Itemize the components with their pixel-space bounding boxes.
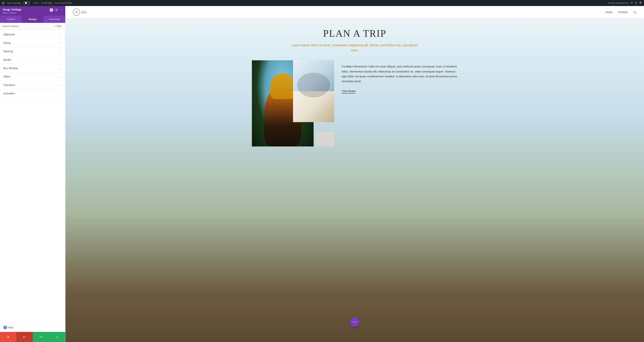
divi-logo-text: divi xyxy=(81,10,87,15)
nav-links: Home Portfolio 🔍 xyxy=(606,11,636,14)
admin-bar: ⊞ My Great Blog 💬 0 + New ✏ Edit Page Ex… xyxy=(0,0,644,6)
divi-logo: D divi xyxy=(73,9,87,16)
hero-content: Plan a Trip Lorem ipsum dolor sit amet, … xyxy=(66,19,644,146)
preset-label[interactable]: Preset: Default ▾ xyxy=(2,12,22,14)
cancel-icon: ✕ xyxy=(7,335,10,339)
help-circle-icon: ? xyxy=(3,325,7,329)
site-name-link[interactable]: My Great Blog xyxy=(7,2,21,5)
text-content: Curabitur fermentum nulla non justo aliq… xyxy=(342,60,458,93)
options-list: Alignment ⌄ Sizing ⌄ Spacing ⌄ Border ⌄ … xyxy=(0,30,65,323)
chevron-down-icon: ⌄ xyxy=(60,41,62,44)
view-boats-link[interactable]: View Boats xyxy=(342,89,356,93)
hero-subtitle: Lorem ipsum dolor sit amet, consectetur … xyxy=(291,43,418,53)
howdy-text: Howdy, deannamclean xyxy=(608,2,629,5)
help-button[interactable]: ? Help xyxy=(0,323,65,332)
site-navigation: D divi Home Portfolio 🔍 xyxy=(66,6,644,19)
site-preview: D divi Home Portfolio 🔍 Plan a Trip Lore… xyxy=(66,6,644,342)
chevron-down-icon: ⌄ xyxy=(60,58,62,61)
left-panel: Image Settings Preset: Default ▾ ⬜ ☰ ⋯ C… xyxy=(0,6,66,342)
main-layout: Image Settings Preset: Default ▾ ⬜ ☰ ⋯ C… xyxy=(0,6,644,342)
person-icon: 👤 xyxy=(635,2,638,5)
hero-section: Plan a Trip Lorem ipsum dolor sit amet, … xyxy=(66,19,644,342)
panel-header-icons: ⬜ ☰ ⋯ xyxy=(50,8,63,12)
content-row: Curabitur fermentum nulla non justo aliq… xyxy=(252,60,458,146)
tab-content[interactable]: Content xyxy=(0,16,22,23)
tab-bar: Content Design Advanced xyxy=(0,16,65,23)
divi-logo-icon: D xyxy=(73,9,80,16)
search-bar: + Filter xyxy=(0,23,65,30)
redo-icon: ↪ xyxy=(40,335,42,339)
bottom-action-bar: ✕ ↩ ↪ ✓ xyxy=(0,332,65,342)
option-box-shadow[interactable]: Box Shadow ⌄ xyxy=(0,64,65,73)
image-collage xyxy=(252,60,334,146)
option-filters[interactable]: Filters ⌄ xyxy=(0,73,65,81)
option-alignment[interactable]: Alignment ⌄ xyxy=(0,30,65,39)
new-post-button[interactable]: + New xyxy=(32,2,38,5)
option-border[interactable]: Border ⌄ xyxy=(0,56,65,64)
panel-icon-columns[interactable]: ☰ xyxy=(55,8,58,12)
panel-header: Image Settings Preset: Default ▾ ⬜ ☰ ⋯ xyxy=(0,6,65,16)
nav-search-icon[interactable]: 🔍 xyxy=(633,11,636,14)
fab-button[interactable]: ••• xyxy=(350,317,360,327)
option-sizing[interactable]: Sizing ⌄ xyxy=(0,39,65,47)
wordpress-logo-icon[interactable]: ⊞ xyxy=(2,1,5,5)
hero-title: Plan a Trip xyxy=(80,28,629,39)
save-checkmark-icon: ✓ xyxy=(56,335,58,339)
option-spacing[interactable]: Spacing ⌄ xyxy=(0,47,65,56)
chevron-down-icon: ⌄ xyxy=(60,75,62,78)
filter-button[interactable]: + Filter xyxy=(53,24,63,29)
option-animation[interactable]: Animation ⌄ xyxy=(0,89,65,98)
chevron-down-icon: ⌄ xyxy=(60,92,62,95)
chevron-down-icon: ⌄ xyxy=(60,50,62,53)
monitor-icon: 🖥 xyxy=(630,2,633,5)
admin-search-icon[interactable]: 🔍 xyxy=(639,2,642,5)
panel-icon-expand[interactable]: ⬜ xyxy=(50,8,53,12)
edit-page-button[interactable]: ✏ Edit Page xyxy=(41,2,52,5)
chevron-down-icon: ⌄ xyxy=(60,84,62,87)
exit-visual-builder-button[interactable]: Exit Visual Builder xyxy=(55,2,72,5)
image-bottom-box xyxy=(316,131,334,146)
tab-design[interactable]: Design xyxy=(22,16,44,23)
comment-count-badge[interactable]: 💬 0 xyxy=(24,2,30,5)
chevron-down-icon: ⌄ xyxy=(60,67,62,70)
nav-portfolio-link[interactable]: Portfolio xyxy=(618,11,628,14)
chevron-down-icon: ⌄ xyxy=(60,33,62,36)
search-options-input[interactable] xyxy=(2,23,53,29)
tab-advanced[interactable]: Advanced xyxy=(44,16,65,23)
hero-body-text: Curabitur fermentum nulla non justo aliq… xyxy=(342,64,458,84)
panel-title: Image Settings xyxy=(2,8,22,11)
cancel-button[interactable]: ✕ xyxy=(0,332,16,342)
fab-dots-icon: ••• xyxy=(353,321,357,324)
boat-image-right xyxy=(293,60,334,122)
undo-icon: ↩ xyxy=(23,335,26,339)
option-transform[interactable]: Transform ⌄ xyxy=(0,81,65,89)
panel-icon-more[interactable]: ⋯ xyxy=(60,8,63,12)
site-name-text: My Great Blog xyxy=(7,2,21,5)
admin-bar-right: Howdy, deannamclean 🖥 👤 🔍 xyxy=(608,2,642,5)
save-button[interactable]: ✓ xyxy=(49,332,65,342)
nav-home-link[interactable]: Home xyxy=(606,11,612,14)
undo-button[interactable]: ↩ xyxy=(16,332,32,342)
redo-button[interactable]: ↪ xyxy=(33,332,49,342)
